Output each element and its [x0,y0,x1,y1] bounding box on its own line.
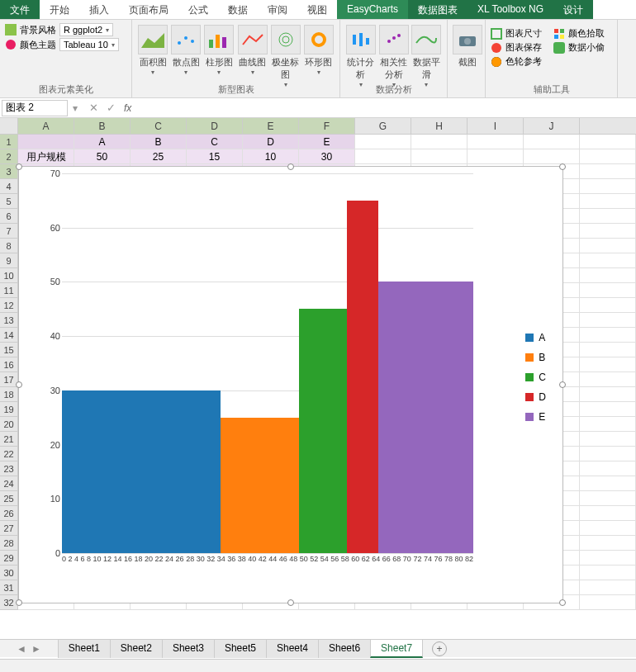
cell[interactable] [580,194,636,209]
row-header[interactable]: 22 [0,447,18,461]
cell[interactable] [580,506,636,521]
fx-icon[interactable]: fx [124,102,131,114]
tab-review[interactable]: 审阅 [258,0,297,19]
confirm-icon[interactable]: ✓ [107,102,116,114]
btn-ring-chart[interactable]: 环形图▾ [303,25,335,76]
cell[interactable] [580,357,636,372]
col-header[interactable]: F [299,118,355,134]
embedded-chart[interactable]: 010203040506070 0 2 4 6 8 10 12 14 16 18… [18,166,563,603]
row-header[interactable]: 6 [0,209,18,224]
cell[interactable] [580,283,636,298]
row-header[interactable]: 12 [0,298,18,313]
namebox-chevron-icon[interactable]: ▾ [69,102,81,114]
sheet-nav-next-icon[interactable]: ► [31,643,41,655]
cancel-icon[interactable]: ✕ [89,102,98,114]
cell[interactable] [18,135,74,149]
cell[interactable] [580,447,636,461]
row-header[interactable]: 23 [0,461,18,476]
sheet-tab[interactable]: Sheet1 [58,639,111,658]
row-header[interactable]: 14 [0,328,18,343]
col-header[interactable]: E [243,118,299,134]
cell[interactable] [355,149,411,164]
sheet-tab[interactable]: Sheet5 [214,639,267,658]
cell[interactable] [580,328,636,343]
cell[interactable]: 30 [299,149,355,164]
btn-color-wheel[interactable]: 色轮参考 [491,54,542,69]
cell[interactable] [580,491,636,506]
cell[interactable] [580,372,636,387]
row-header[interactable]: 25 [0,491,18,506]
tab-easycharts[interactable]: EasyCharts [337,0,408,19]
btn-line-chart[interactable]: 曲线图▾ [237,25,268,76]
cell[interactable] [524,135,580,149]
sheet-tab[interactable]: Sheet7 [370,639,423,658]
resize-handle[interactable] [559,163,566,170]
btn-chart-size[interactable]: 图表尺寸 [491,26,542,40]
row-header[interactable]: 4 [0,179,18,194]
cell[interactable] [580,343,636,357]
btn-smooth[interactable]: 数据平滑▾ [411,25,442,88]
resize-handle[interactable] [287,599,294,606]
tab-design[interactable]: 设计 [553,0,593,19]
cell[interactable] [580,461,636,476]
cell[interactable] [580,566,636,580]
horizontal-scrollbar[interactable] [0,659,636,672]
col-header[interactable]: G [355,118,411,134]
cell[interactable] [580,179,636,194]
bg-style-dropdown[interactable]: R ggplot2▾ [59,23,113,36]
bar-E[interactable] [378,282,473,553]
cell[interactable] [580,209,636,224]
cell[interactable] [580,417,636,432]
tab-layout[interactable]: 页面布局 [119,0,178,19]
sheet-nav-prev-icon[interactable]: ◄ [17,643,26,655]
row-header[interactable]: 31 [0,580,18,595]
row-header[interactable]: 2 [0,149,18,164]
cell[interactable]: B [131,135,187,149]
cell[interactable] [580,580,636,595]
row-header[interactable]: 30 [0,566,18,580]
tab-data[interactable]: 数据 [218,0,258,19]
cell[interactable] [580,164,636,179]
bar-A[interactable] [62,390,221,553]
btn-bar-chart[interactable]: 柱形图▾ [203,25,235,76]
resize-handle[interactable] [16,381,22,388]
row-header[interactable]: 20 [0,417,18,432]
tab-datachart[interactable]: 数据图表 [408,0,468,19]
cell[interactable] [524,149,580,164]
cell[interactable] [411,149,468,164]
cell[interactable] [580,253,636,268]
row-header[interactable]: 1 [0,135,18,149]
row-header[interactable]: 5 [0,194,18,209]
resize-handle[interactable] [559,599,566,606]
cell[interactable] [580,224,636,239]
row-header[interactable]: 27 [0,521,18,536]
col-header[interactable]: C [131,118,187,134]
cell[interactable] [580,521,636,536]
btn-stat-analysis[interactable]: 统计分析▾ [345,25,377,88]
row-header[interactable]: 29 [0,551,18,566]
row-header[interactable]: 26 [0,506,18,521]
row-header[interactable]: 10 [0,268,18,283]
cell[interactable] [580,551,636,566]
row-header[interactable]: 19 [0,402,18,417]
row-header[interactable]: 8 [0,239,18,253]
sheet-tab[interactable]: Sheet2 [110,639,163,658]
col-header[interactable]: D [187,118,243,134]
cell[interactable] [580,432,636,447]
row-header[interactable]: 28 [0,536,18,551]
row-header[interactable]: 18 [0,387,18,402]
cell[interactable]: 25 [131,149,187,164]
btn-screenshot[interactable]: 截图 [453,25,482,69]
resize-handle[interactable] [16,163,22,170]
select-all-corner[interactable] [0,118,18,134]
btn-polar-chart[interactable]: 极坐标图▾ [270,25,301,88]
color-theme-dropdown[interactable]: Tableau 10▾ [59,38,119,51]
cell[interactable] [580,239,636,253]
row-header[interactable]: 7 [0,224,18,239]
tab-xltoolbox[interactable]: XL Toolbox NG [468,0,553,19]
cell[interactable]: D [243,135,299,149]
sheet-tab[interactable]: Sheet4 [266,639,319,658]
resize-handle[interactable] [559,381,566,388]
cell[interactable] [580,536,636,551]
name-box[interactable] [2,100,68,116]
